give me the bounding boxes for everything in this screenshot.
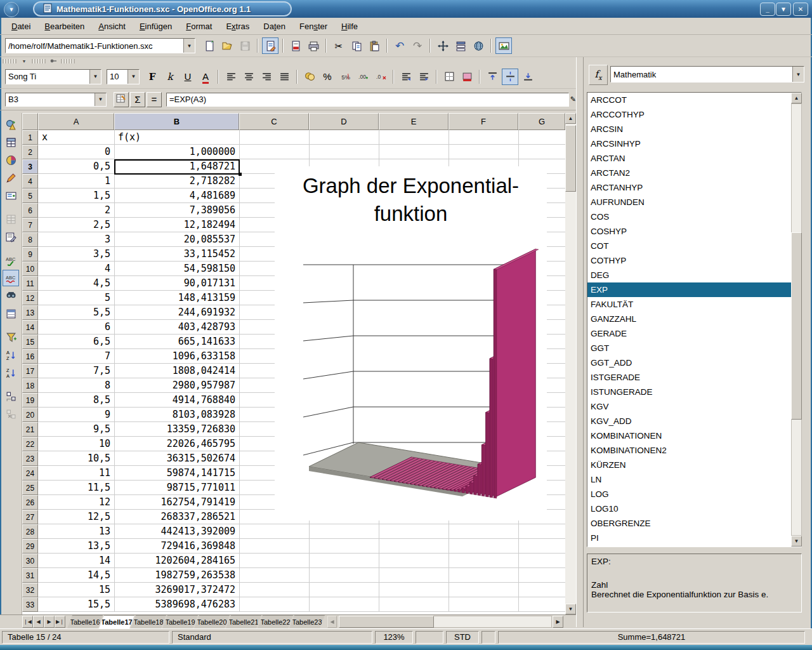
last-sheet-button[interactable]: ▶❘ — [55, 616, 65, 628]
cell-B33[interactable]: 5389698,476283 — [114, 597, 239, 611]
cell-reference-input[interactable] — [6, 93, 95, 106]
function-item-kombinationen[interactable]: KOMBINATIONEN — [587, 428, 801, 443]
sheet-tab-tabelle21[interactable]: Tabelle21 — [226, 615, 261, 628]
sheet-tab-tabelle20[interactable]: Tabelle20 — [194, 615, 230, 628]
row-header-12[interactable]: 12 — [22, 291, 38, 305]
align-top-button[interactable] — [484, 69, 501, 85]
url-dropdown-button[interactable]: ▼ — [183, 39, 195, 53]
cell-A22[interactable]: 10 — [38, 437, 114, 451]
formula-input[interactable] — [167, 93, 568, 106]
toolbar-grip[interactable] — [3, 59, 16, 63]
percent-button[interactable]: % — [319, 69, 336, 85]
delete-decimal-button[interactable]: .0 — [372, 69, 389, 85]
align-right-button[interactable] — [258, 69, 275, 85]
cell-B22[interactable]: 22026,465795 — [114, 437, 239, 451]
cell-A18[interactable]: 8 — [38, 378, 114, 392]
insert-cells-button[interactable] — [3, 134, 19, 150]
previous-sheet-button[interactable]: ◀ — [33, 616, 44, 628]
cell-B25[interactable]: 98715,771011 — [114, 481, 239, 494]
function-item-ggt_add[interactable]: GGT_ADD — [587, 355, 801, 370]
cell-A1[interactable]: x — [38, 130, 114, 144]
cell-B4[interactable]: 2,718282 — [114, 174, 239, 188]
column-header-D[interactable]: D — [309, 113, 379, 130]
cell-A27[interactable]: 12,5 — [38, 510, 114, 524]
row-header-23[interactable]: 23 — [22, 451, 38, 466]
cell-B20[interactable]: 8103,083928 — [114, 408, 239, 421]
function-item-arctan[interactable]: ARCTAN — [587, 151, 801, 166]
function-item-kombinationen2[interactable]: KOMBINATIONEN2 — [587, 443, 801, 458]
function-item-arctanhyp[interactable]: ARCTANHYP — [587, 180, 801, 195]
horizontal-scroll-thumb[interactable] — [339, 616, 434, 628]
column-header-F[interactable]: F — [449, 113, 518, 130]
function-item-exp[interactable]: EXP — [587, 282, 801, 297]
row-header-31[interactable]: 31 — [22, 568, 38, 583]
sheet-tab-tabelle23[interactable]: Tabelle23 — [289, 615, 325, 628]
cell-B12[interactable]: 148,413159 — [114, 291, 239, 305]
font-name-input[interactable] — [6, 70, 89, 84]
function-item-deg[interactable]: DEG — [587, 268, 801, 282]
column-header-A[interactable]: A — [38, 113, 114, 130]
cell-B31[interactable]: 1982759,263538 — [114, 568, 239, 582]
cell-A24[interactable]: 11 — [38, 466, 114, 480]
function-item-kgv[interactable]: KGV — [587, 399, 801, 414]
cell-A20[interactable]: 9 — [38, 408, 114, 421]
cell-B10[interactable]: 54,598150 — [114, 262, 239, 275]
function-item-obergrenze[interactable]: OBERGRENZE — [587, 516, 801, 531]
form-navigator-button[interactable] — [3, 229, 19, 245]
currency-button[interactable] — [301, 69, 318, 85]
cell-A17[interactable]: 7,5 — [38, 364, 114, 378]
next-sheet-button[interactable]: ▶ — [44, 616, 55, 628]
column-header-G[interactable]: G — [518, 113, 565, 130]
row-header-4[interactable]: 4 — [22, 174, 38, 189]
menu-format[interactable]: Format — [180, 20, 218, 33]
cell-B24[interactable]: 59874,141715 — [114, 466, 239, 480]
background-color-button[interactable] — [459, 69, 475, 85]
function-item-arcsin[interactable]: ARCSIN — [587, 122, 801, 136]
row-header-33[interactable]: 33 — [22, 597, 38, 612]
cell-B26[interactable]: 162754,791419 — [114, 495, 239, 509]
sheet-tab-tabelle22[interactable]: Tabelle22 — [258, 615, 293, 628]
cell-A19[interactable]: 8,5 — [38, 393, 114, 407]
font-size-dropdown-button[interactable]: ▼ — [128, 70, 139, 84]
cell-B29[interactable]: 729416,369848 — [114, 539, 239, 553]
cell-A21[interactable]: 9,5 — [38, 422, 114, 436]
pin-icon[interactable] — [48, 58, 58, 64]
menu-datei[interactable]: Datei — [5, 20, 37, 33]
cell-B11[interactable]: 90,017131 — [114, 276, 239, 290]
function-item-log10[interactable]: LOG10 — [587, 501, 801, 516]
row-header-7[interactable]: 7 — [22, 218, 38, 232]
row-header-28[interactable]: 28 — [22, 524, 38, 539]
function-item-istungerade[interactable]: ISTUNGERADE — [587, 385, 801, 399]
increase-indent-button[interactable] — [416, 69, 432, 85]
align-justify-button[interactable] — [276, 69, 292, 85]
minimize-button[interactable]: _ — [760, 3, 775, 16]
sheet-tab-tabelle17[interactable]: Tabelle17 — [99, 615, 134, 628]
cell-A30[interactable]: 14 — [38, 554, 114, 567]
function-autopilot-button[interactable] — [114, 92, 129, 107]
cell-B14[interactable]: 403,428793 — [114, 320, 239, 334]
row-header-8[interactable]: 8 — [22, 232, 38, 247]
row-header-14[interactable]: 14 — [22, 320, 38, 335]
function-item-cot[interactable]: COT — [587, 239, 801, 253]
vertical-scroll-thumb[interactable] — [565, 125, 576, 192]
toolbar-grip[interactable] — [61, 59, 75, 63]
cell-A4[interactable]: 1 — [38, 174, 114, 188]
sheet-tab-tabelle16[interactable]: Tabelle16 — [67, 615, 103, 628]
cell-B15[interactable]: 665,141633 — [114, 335, 239, 348]
scroll-down-button[interactable]: ▼ — [565, 604, 576, 614]
row-header-22[interactable]: 22 — [22, 437, 38, 451]
group-button[interactable] — [3, 388, 19, 404]
close-button[interactable]: ✕ — [793, 3, 808, 16]
menu-hilfe[interactable]: Hilfe — [335, 20, 364, 33]
cell-A9[interactable]: 3,5 — [38, 247, 114, 261]
cell-reference-dropdown-button[interactable]: ▼ — [95, 93, 106, 106]
cell-B9[interactable]: 33,115452 — [114, 247, 239, 261]
function-list-scroll-thumb[interactable] — [791, 232, 802, 420]
menu-bearbeiten[interactable]: Bearbeiten — [38, 20, 91, 33]
cell-A29[interactable]: 13,5 — [38, 539, 114, 553]
auto-spellcheck-button[interactable]: ABC — [3, 270, 19, 286]
row-header-2[interactable]: 2 — [22, 145, 38, 159]
print-button[interactable] — [305, 37, 322, 54]
column-header-C[interactable]: C — [239, 113, 309, 130]
cell-A28[interactable]: 13 — [38, 524, 114, 538]
